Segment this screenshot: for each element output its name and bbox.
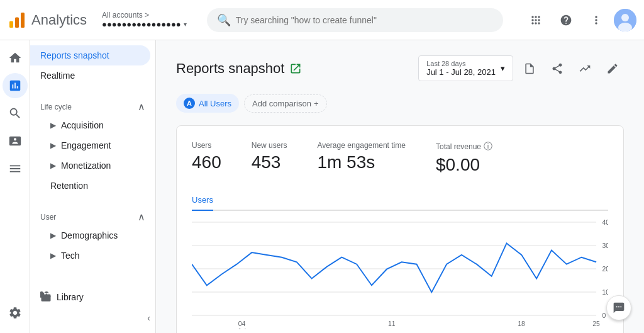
metric-revenue-value: $0.00: [436, 155, 492, 175]
svg-rect-0: [9, 21, 13, 28]
nav-user-label: User: [40, 213, 56, 222]
date-range-value: Jul 1 - Jul 28, 2021: [426, 67, 496, 77]
svg-text:40: 40: [602, 218, 608, 226]
svg-text:Jul: Jul: [238, 327, 246, 329]
feedback-icon: [613, 302, 625, 314]
page-header-right: Last 28 days Jul 1 - Jul 28, 2021 ▾: [418, 55, 624, 81]
page-header: Reports snapshot Last 28 days Jul 1 - Ju…: [176, 55, 624, 81]
nav-library-label: Library: [57, 292, 84, 302]
account-chevron-icon: ▾: [184, 21, 187, 28]
nav-acquisition-label: Acquisition: [61, 120, 104, 130]
svg-rect-2: [21, 13, 25, 28]
user-chevron-icon[interactable]: ∧: [138, 211, 145, 223]
accounts-label: All accounts >: [102, 11, 187, 20]
page-title-text: Reports snapshot: [176, 60, 284, 77]
nav-item-tech[interactable]: ▶ Tech: [30, 246, 150, 266]
help-button[interactable]: [553, 8, 579, 33]
lifecycle-chevron-icon[interactable]: ∧: [138, 101, 145, 113]
apps-button[interactable]: [523, 8, 548, 33]
metric-engagement-value: 1m 53s: [317, 152, 406, 172]
feedback-button[interactable]: [606, 295, 631, 320]
all-users-pill[interactable]: A All Users: [176, 94, 239, 113]
svg-text:30: 30: [602, 242, 608, 249]
nav-item-monetization[interactable]: ▶ Monetization: [30, 155, 150, 176]
sidebar-icon-settings[interactable]: [3, 300, 28, 325]
metric-users-value: 460: [192, 152, 221, 172]
chart-tab-bar: Users: [192, 190, 608, 211]
metric-new-users-label: New users: [252, 141, 287, 150]
metric-users: Users 460: [192, 141, 221, 175]
monetization-arrow-icon: ▶: [50, 161, 56, 170]
svg-text:20: 20: [602, 265, 608, 273]
svg-point-4: [621, 14, 629, 21]
nav-tech-label: Tech: [61, 251, 80, 261]
nav-item-demographics[interactable]: ▶ Demographics: [30, 225, 150, 246]
account-name: ●●●●●●●●●●●●●●●● ▾: [102, 20, 187, 29]
chart-container: 40 30 20 10 0 04 Jul 11 18 25: [192, 216, 608, 329]
sidebar-icon-configure[interactable]: [3, 156, 28, 181]
logo-area: Analytics: [8, 11, 97, 30]
metric-new-users: New users 453: [252, 141, 287, 175]
pencil-button[interactable]: [601, 57, 624, 80]
trend-button[interactable]: [574, 57, 596, 80]
svg-text:25: 25: [592, 320, 600, 327]
search-input[interactable]: [236, 15, 493, 25]
account-name-text: ●●●●●●●●●●●●●●●●: [102, 20, 181, 29]
add-comparison-button[interactable]: Add comparison +: [244, 94, 327, 113]
nav-reports-snapshot-label: Reports snapshot: [40, 50, 109, 60]
metric-new-users-value: 453: [252, 152, 287, 172]
search-bar[interactable]: 🔍: [207, 8, 503, 32]
date-range-label: Last 28 days: [426, 60, 496, 67]
date-range-chevron: ▾: [501, 64, 505, 73]
all-users-label: All Users: [199, 99, 231, 108]
app-body: Reports snapshot Realtime Life cycle ∧ ▶…: [0, 40, 644, 333]
nav-demographics-label: Demographics: [61, 230, 118, 240]
nav-item-library[interactable]: Library: [30, 286, 155, 308]
page-title: Reports snapshot: [176, 60, 302, 77]
chart-card: Users 460 New users 453 Average engageme…: [176, 125, 624, 333]
nav-realtime-label: Realtime: [40, 71, 75, 81]
nav-section-user: User ∧: [30, 201, 155, 225]
sidebar-icon-explore[interactable]: [3, 101, 28, 126]
user-avatar[interactable]: [614, 9, 636, 31]
sidebar-collapse-button[interactable]: ‹: [30, 308, 155, 328]
share-button[interactable]: [546, 57, 569, 80]
nav-item-realtime[interactable]: Realtime: [30, 65, 150, 86]
revenue-info-icon[interactable]: ⓘ: [484, 141, 492, 152]
add-comparison-icon: +: [314, 99, 319, 108]
nav-section-lifecycle: Life cycle ∧: [30, 91, 155, 115]
edit-report-button[interactable]: [518, 57, 541, 80]
nav-item-retention[interactable]: Retention: [30, 176, 150, 196]
sidebar-icon-reports[interactable]: [3, 73, 28, 98]
add-comparison-label: Add comparison: [252, 99, 311, 108]
sidebar-icon-home[interactable]: [3, 45, 28, 71]
tech-arrow-icon: ▶: [50, 251, 56, 260]
page-title-link-icon: [289, 62, 302, 75]
chart-tab-users-label: Users: [192, 195, 213, 205]
collapse-icon: ‹: [147, 313, 150, 323]
svg-text:04: 04: [238, 320, 246, 327]
nav-item-reports-snapshot[interactable]: Reports snapshot: [30, 45, 150, 65]
line-chart: 40 30 20 10 0 04 Jul 11 18 25: [192, 216, 608, 329]
metrics-row: Users 460 New users 453 Average engageme…: [192, 141, 608, 175]
more-options-button[interactable]: [584, 8, 609, 33]
nav-item-engagement[interactable]: ▶ Engagement: [30, 135, 150, 155]
header-actions: [523, 8, 636, 33]
metric-engagement-label: Average engagement time: [317, 141, 406, 150]
nav-engagement-label: Engagement: [61, 140, 111, 150]
acquisition-arrow-icon: ▶: [50, 121, 56, 130]
sidebar-icon-advertising[interactable]: [3, 128, 28, 154]
date-range-button[interactable]: Last 28 days Jul 1 - Jul 28, 2021 ▾: [418, 55, 513, 81]
app-header: Analytics All accounts > ●●●●●●●●●●●●●●●…: [0, 0, 644, 40]
chart-tab-users[interactable]: Users: [192, 190, 213, 211]
engagement-arrow-icon: ▶: [50, 141, 56, 150]
metric-engagement: Average engagement time 1m 53s: [317, 141, 406, 175]
account-selector[interactable]: All accounts > ●●●●●●●●●●●●●●●● ▾: [102, 11, 187, 29]
svg-text:11: 11: [388, 320, 396, 327]
metric-users-label: Users: [192, 141, 221, 150]
nav-item-acquisition[interactable]: ▶ Acquisition: [30, 115, 150, 135]
main-content: Reports snapshot Last 28 days Jul 1 - Ju…: [156, 40, 644, 333]
search-icon: 🔍: [217, 13, 231, 27]
svg-rect-1: [15, 17, 19, 28]
nav-lifecycle-label: Life cycle: [40, 103, 72, 111]
